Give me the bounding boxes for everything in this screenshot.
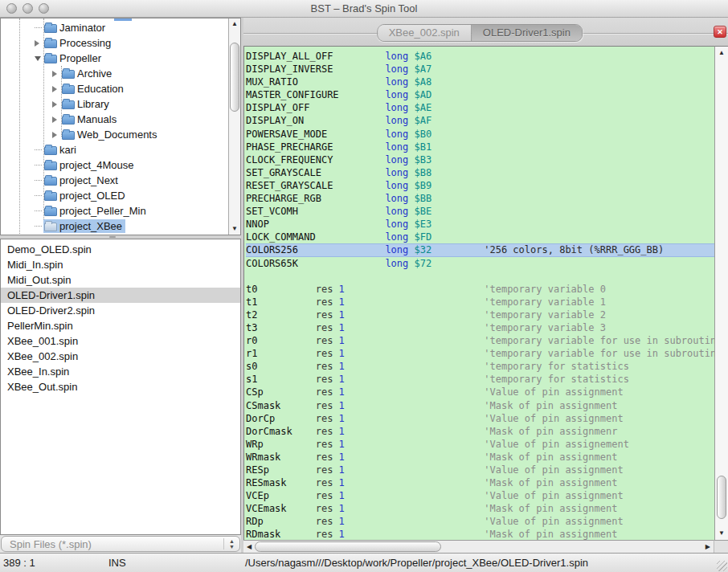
tree-item-project-xbee[interactable]: project_XBee: [1, 219, 228, 234]
code-line[interactable]: VCEmask res 1 'Mask of pin assignment: [246, 502, 714, 515]
code-line[interactable]: MASTER_CONFIGURE long $AD: [246, 88, 714, 101]
code-line[interactable]: SET_VCOMH long $BE: [246, 205, 714, 218]
tree-item-content[interactable]: Library: [61, 97, 112, 111]
file-list-item-oled-driver2-spin[interactable]: OLED-Driver2.spin: [1, 303, 240, 318]
code-line[interactable]: [246, 270, 714, 283]
tree-item-project-peller-min[interactable]: project_Peller_Min: [1, 203, 228, 219]
file-list-item-midi-out-spin[interactable]: Midi_Out.spin: [1, 272, 240, 288]
tree-item-content[interactable]: project_4Mouse: [43, 158, 137, 172]
code-line[interactable]: POWERSAVE_MODE long $B0: [246, 128, 714, 141]
code-line[interactable]: RESET_GRAYSCALE long $B9: [246, 179, 714, 192]
code-line[interactable]: CSmask res 1 'Mask of pin assignment: [246, 399, 714, 412]
editor-horizontal-scrollbar[interactable]: ◀ ▶: [243, 540, 714, 553]
minimize-window-button[interactable]: [22, 3, 33, 14]
code-line[interactable]: RESmask res 1 'Mask of pin assignment: [246, 476, 714, 489]
file-filter-dropdown[interactable]: Spin Files (*.spin) ▲▼: [1, 536, 240, 552]
tab-oled-driver1-spin[interactable]: OLED-Driver1.spin: [471, 25, 582, 41]
tree-item-content[interactable]: Manuals: [61, 112, 120, 126]
code-line[interactable]: t0 res 1 'temporary variable 0: [246, 283, 714, 296]
tree-item-library[interactable]: Library: [1, 96, 228, 112]
code-line[interactable]: LOCK_COMMAND long $FD: [246, 231, 714, 243]
tree-item-content[interactable]: Jaminator: [43, 21, 108, 35]
resize-grip[interactable]: [717, 561, 727, 571]
file-list-item-xbee-002-spin[interactable]: XBee_002.spin: [1, 349, 240, 364]
tab-xbee-002-spin[interactable]: XBee_002.spin: [378, 25, 471, 41]
horizontal-scrollbar-thumb[interactable]: [255, 541, 441, 552]
tree-item-manuals[interactable]: Manuals: [1, 112, 228, 127]
disclosure-triangle-icon[interactable]: [52, 112, 61, 127]
tree-item-content[interactable]: Web_Documents: [61, 128, 160, 141]
title-bar[interactable]: BST – Brad's Spin Tool: [0, 0, 728, 18]
code-line[interactable]: RESp res 1 'Value of pin assignment: [246, 464, 714, 476]
code-line[interactable]: RDmask res 1 'Mask of pin assignment: [246, 528, 714, 540]
tree-item-content[interactable]: Propeller: [43, 51, 104, 65]
file-list-item-xbee-001-spin[interactable]: XBee_001.spin: [1, 333, 240, 349]
tree-item-project-oled[interactable]: project_OLED: [1, 188, 228, 203]
scroll-down-icon[interactable]: ▼: [229, 224, 240, 234]
disclosure-triangle-icon[interactable]: [52, 127, 61, 142]
close-document-button[interactable]: ✕: [714, 26, 726, 38]
scroll-up-icon[interactable]: ▲: [229, 19, 240, 29]
tree-item-education[interactable]: Education: [1, 81, 228, 96]
file-list-panel[interactable]: Demo_OLED.spinMidi_In.spinMidi_Out.spinO…: [0, 239, 241, 535]
code-line[interactable]: DISPLAY_OFF long $AE: [246, 101, 714, 114]
code-line[interactable]: DISPLAY_ON long $AF: [246, 114, 714, 127]
disclosure-triangle-icon[interactable]: [52, 66, 61, 81]
code-line[interactable]: r1 res 1 'temporary variable for use in …: [246, 347, 714, 360]
code-line[interactable]: s0 res 1 'temporary for statistics: [246, 360, 714, 373]
file-list-item-pellermin-spin[interactable]: PellerMin.spin: [1, 318, 240, 333]
pane-splitter[interactable]: [0, 235, 241, 239]
code-line[interactable]: s1 res 1 'temporary for statistics: [246, 373, 714, 386]
code-line[interactable]: WRp res 1 'Value of pin assignement: [246, 438, 714, 451]
code-line[interactable]: DorCmask res 1 'Mask of pin assignmenr: [246, 425, 714, 438]
tree-item-content[interactable]: Education: [61, 82, 127, 96]
tree-item-project-next[interactable]: project_Next: [1, 173, 228, 188]
tree-item-kari[interactable]: kari: [1, 142, 228, 157]
tree-item-archive[interactable]: Archive: [1, 66, 228, 81]
tree-vertical-scrollbar[interactable]: ▲ ▼: [228, 18, 240, 235]
tree-item-content[interactable]: project_Next: [43, 174, 121, 187]
disclosure-triangle-icon[interactable]: [52, 96, 61, 112]
code-line[interactable]: MUX_RATIO long $A8: [246, 76, 714, 88]
folder-tree-panel[interactable]: JaminatorProcessingPropellerArchiveEduca…: [0, 18, 241, 235]
tree-item-project-4mouse[interactable]: project_4Mouse: [1, 157, 228, 173]
code-line[interactable]: RDp res 1 'Value of pin assignment: [246, 515, 714, 528]
disclosure-triangle-icon[interactable]: [52, 81, 61, 96]
code-line[interactable]: t1 res 1 'temporary variable 1: [246, 296, 714, 308]
tree-item-propeller[interactable]: Propeller: [1, 51, 228, 66]
scroll-right-icon[interactable]: ▶: [706, 541, 710, 553]
scroll-left-icon[interactable]: ◀: [247, 541, 252, 553]
editor-scrollbar-thumb[interactable]: [717, 476, 726, 519]
zoom-window-button[interactable]: [39, 3, 49, 14]
tree-item-content[interactable]: Processing: [43, 36, 114, 50]
code-line[interactable]: DISPLAY_INVERSE long $A7: [246, 63, 714, 76]
tree-scrollbar-thumb[interactable]: [230, 43, 239, 112]
disclosure-triangle-icon[interactable]: [35, 35, 43, 51]
code-line[interactable]: r0 res 1 'temporary variable for use in …: [246, 334, 714, 347]
stepper-icon[interactable]: ▲▼: [223, 538, 235, 550]
code-line[interactable]: CSp res 1 'Value of pin assignment: [246, 386, 714, 398]
tree-item-content[interactable]: kari: [43, 143, 80, 157]
code-line[interactable]: PRECHARGE_RGB long $BB: [246, 192, 714, 205]
file-list-item-oled-driver1-spin[interactable]: OLED-Driver1.spin: [1, 288, 240, 303]
file-list-item-xbee-in-spin[interactable]: XBee_In.spin: [1, 364, 240, 379]
code-line[interactable]: VCEp res 1 'Value of pin assignment: [246, 489, 714, 502]
tree-item-web-documents[interactable]: Web_Documents: [1, 127, 228, 142]
code-line[interactable]: WRmask res 1 'Mask of pin assignment: [246, 451, 714, 464]
disclosure-triangle-icon[interactable]: [35, 51, 43, 66]
close-window-button[interactable]: [6, 3, 17, 14]
code-line[interactable]: DorCp res 1 'Value of pin assignment: [246, 412, 714, 425]
tree-item-jaminator[interactable]: Jaminator: [1, 20, 228, 35]
file-list-item-midi-in-spin[interactable]: Midi_In.spin: [1, 257, 240, 272]
code-line[interactable]: t2 res 1 'temporary variable 2: [246, 308, 714, 321]
code-line-highlighted[interactable]: COLORS256 long $32 '256 colors, 8bit (%R…: [246, 243, 714, 256]
scroll-up-icon[interactable]: ▲: [715, 48, 728, 58]
code-line[interactable]: COLORS65K long $72: [246, 257, 714, 270]
file-list-item-xbee-out-spin[interactable]: XBee_Out.spin: [1, 379, 240, 394]
tree-item-content[interactable]: project_XBee: [43, 219, 125, 233]
code-line[interactable]: NNOP long $E3: [246, 218, 714, 231]
code-line[interactable]: DISPLAY_ALL_OFF long $A6: [246, 50, 714, 63]
code-line[interactable]: CLOCK_FREQUENCY long $B3: [246, 153, 714, 166]
tree-item-processing[interactable]: Processing: [1, 35, 228, 51]
tree-item-content[interactable]: Archive: [61, 67, 115, 80]
